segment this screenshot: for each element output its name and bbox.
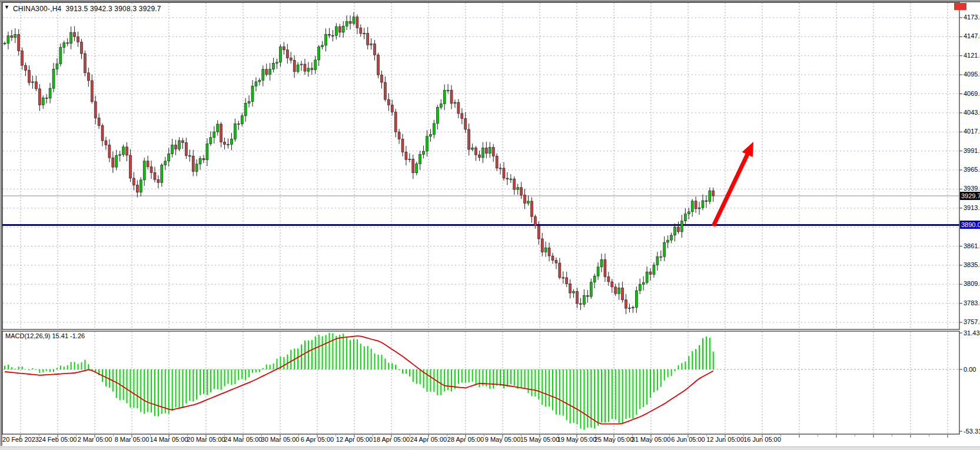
chevron-down-icon[interactable]: ▼: [4, 4, 9, 10]
time-axis-label: 14 Mar 05:00: [150, 436, 188, 443]
hline-price-badge: 3890.0: [960, 221, 980, 229]
price-axis-label: 4095.0: [964, 71, 980, 78]
price-axis-label: 4147.0: [964, 32, 980, 39]
price-axis-label: 3835.0: [964, 261, 980, 268]
time-axis-label: 28 Apr 05:00: [447, 436, 484, 443]
price-axis-label: 3783.0: [964, 299, 980, 306]
price-axis-label: 3991.0: [964, 147, 980, 154]
time-axis-label: 12 Jun 05:00: [706, 436, 744, 443]
price-axis-label: 3939.0: [964, 185, 980, 192]
macd-axis[interactable]: [959, 331, 980, 434]
price-axis-label: 4017.0: [964, 128, 980, 135]
price-axis-label: 4173.0: [964, 14, 980, 21]
time-axis-label: 20 Feb 2023: [2, 436, 39, 443]
time-axis-label: 20 Mar 05:00: [187, 436, 225, 443]
time-axis-label: 8 Mar 05:00: [115, 436, 150, 443]
price-axis-label: 4043.0: [964, 109, 980, 116]
time-axis-label: 6 Apr 05:00: [301, 436, 334, 443]
chart-window: ▼ CHINA300-,H4 3913.5 3942.3 3908.3 3929…: [0, 0, 980, 450]
macd-axis-label: 0.00: [964, 366, 976, 373]
window-bottom-strip: [0, 446, 980, 450]
time-axis-label: 19 May 05:00: [557, 436, 597, 443]
time-axis-label: 24 Feb 05:00: [39, 436, 77, 443]
time-axis-label: 24 Mar 05:00: [224, 436, 263, 443]
time-axis-label: 30 Mar 05:00: [261, 436, 300, 443]
price-axis-label: 4121.0: [964, 52, 980, 59]
symbol-ohlc-header: CHINA300-,H4 3913.5 3942.3 3908.3 3929.7: [13, 5, 161, 13]
time-axis-label: 31 May 05:00: [632, 436, 671, 443]
price-axis-label: 3913.0: [964, 204, 980, 211]
time-axis-label: 15 May 05:00: [520, 436, 560, 443]
time-axis-label: 6 Jun 05:00: [671, 436, 705, 443]
current-price-badge: 3929.7: [960, 192, 980, 200]
macd-axis-label: 31.43: [964, 329, 980, 336]
price-axis-label: 3757.0: [964, 318, 980, 325]
price-axis-label: 3861.0: [964, 242, 980, 249]
red-corner-marker: [954, 3, 966, 10]
time-axis-label: 18 Apr 05:00: [373, 436, 410, 443]
time-axis-label: 24 Apr 05:00: [410, 436, 447, 443]
macd-axis-label: -53.31: [964, 428, 980, 435]
macd-panel: [2, 331, 959, 434]
time-axis-label: 16 Jun 05:00: [743, 436, 781, 443]
main-panel: [2, 2, 959, 329]
time-axis-label: 12 Apr 05:00: [336, 436, 373, 443]
price-axis-label: 3965.0: [964, 166, 980, 173]
macd-indicator-label: MACD(12,26,9) 15.41 -1.26: [5, 332, 85, 339]
time-axis-label: 2 Mar 05:00: [78, 436, 112, 443]
time-axis-label: 25 May 05:00: [594, 436, 634, 443]
price-axis-label: 3809.0: [964, 280, 980, 287]
price-axis-label: 4069.0: [964, 90, 980, 97]
chart-canvas[interactable]: [0, 0, 980, 450]
time-axis-label: 9 May 05:00: [485, 436, 521, 443]
